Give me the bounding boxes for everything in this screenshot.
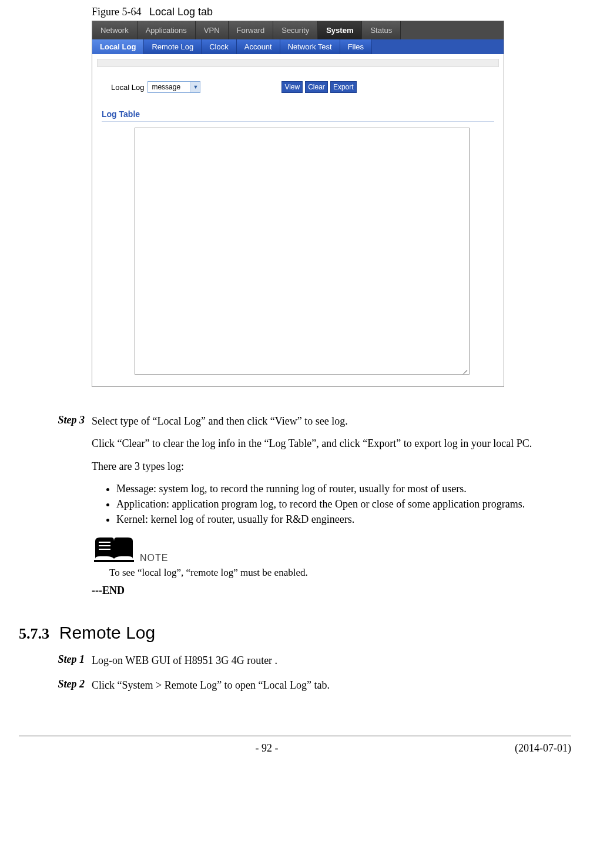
top-tab-bar: Network Applications VPN Forward Securit…: [92, 21, 504, 39]
subtab-account[interactable]: Account: [237, 39, 280, 54]
subtab-remote-log[interactable]: Remote Log: [144, 39, 202, 54]
note-text: To see “local log”, “remote log” must be…: [109, 567, 571, 579]
log-types-list: Message: system log, to record the runni…: [92, 482, 571, 527]
view-button[interactable]: View: [281, 81, 303, 93]
local-log-select[interactable]: message ▼: [148, 81, 200, 93]
subtab-files[interactable]: Files: [340, 39, 372, 54]
step3-p2: Click “Clear” to clear the log info in t…: [92, 436, 571, 450]
step3-label: Step 3: [19, 414, 92, 597]
figure-caption: Figure 5-64 Local Log tab: [92, 6, 571, 18]
tab-security[interactable]: Security: [273, 21, 318, 39]
note-label: NOTE: [140, 553, 168, 563]
note-book-icon: [92, 533, 136, 563]
figure-title: Local Log tab: [149, 6, 213, 18]
remote-step2-label: Step 2: [19, 678, 92, 700]
footer-date: (2014-07-01): [515, 742, 571, 755]
tab-system[interactable]: System: [318, 21, 362, 39]
remote-step1-label: Step 1: [19, 653, 92, 676]
log-table-header: Log Table: [102, 109, 494, 122]
screenshot-local-log-tab: Network Applications VPN Forward Securit…: [92, 21, 504, 387]
log-table-textarea[interactable]: [135, 128, 470, 375]
step3-p1: Select type of “Local Log” and then clic…: [92, 414, 571, 428]
bullet-application: Application: application program log, to…: [116, 497, 571, 511]
clear-button[interactable]: Clear: [305, 81, 328, 93]
local-log-label: Local Log: [111, 83, 144, 92]
figure-number: Figure 5-64: [92, 6, 142, 18]
page-number: - 92 -: [19, 742, 515, 755]
tab-status[interactable]: Status: [362, 21, 401, 39]
step3-p3: There are 3 types log:: [92, 459, 571, 473]
resize-handle-icon[interactable]: [462, 367, 468, 373]
bullet-kernel: Kernel: kernel log of router, usually fo…: [116, 512, 571, 526]
sub-tab-bar: Local Log Remote Log Clock Account Netwo…: [92, 39, 504, 54]
bullet-message: Message: system log, to record the runni…: [116, 482, 571, 496]
page-footer: - 92 - (2014-07-01): [19, 736, 571, 755]
subtab-network-test[interactable]: Network Test: [280, 39, 340, 54]
tab-network[interactable]: Network: [92, 21, 138, 39]
chevron-down-icon: ▼: [190, 82, 200, 92]
export-button[interactable]: Export: [330, 81, 357, 93]
content-top-bar: [97, 59, 499, 67]
section-remote-log: 5.7.3 Remote Log: [19, 623, 571, 643]
section-title: Remote Log: [59, 623, 155, 642]
tab-applications[interactable]: Applications: [138, 21, 196, 39]
subtab-clock[interactable]: Clock: [202, 39, 237, 54]
remote-step2-text: Click “System > Remote Log” to open “Loc…: [92, 678, 571, 692]
select-value: message: [148, 83, 190, 91]
subtab-local-log[interactable]: Local Log: [92, 39, 144, 54]
end-marker: ---END: [92, 585, 571, 597]
remote-step1-text: Log-on WEB GUI of H8951 3G 4G router .: [92, 653, 571, 667]
section-number: 5.7.3: [19, 625, 49, 642]
tab-forward[interactable]: Forward: [229, 21, 274, 39]
tab-vpn[interactable]: VPN: [196, 21, 229, 39]
